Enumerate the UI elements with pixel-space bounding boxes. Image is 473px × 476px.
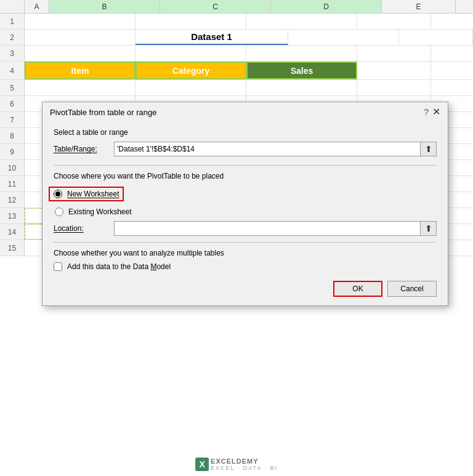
new-worksheet-label: New Worksheet (67, 190, 119, 198)
existing-worksheet-row: Existing Worksheet (55, 208, 437, 216)
section3-label: Choose whether you want to analyze multi… (54, 249, 437, 257)
location-upload-btn[interactable]: ⬆ (421, 221, 437, 236)
dialog-overlay: PivotTable from table or range ? ✕ Selec… (0, 0, 473, 476)
table-range-label: Table/Range: (54, 145, 109, 153)
location-row: Location: ⬆ (54, 221, 437, 236)
table-range-input[interactable] (114, 142, 421, 156)
table-range-input-group: ⬆ (114, 142, 437, 156)
dialog-body: Select a table or range Table/Range: ⬆ C… (42, 121, 448, 305)
ok-button[interactable]: OK (333, 281, 382, 297)
close-icon[interactable]: ✕ (432, 107, 440, 117)
separator-2 (54, 242, 437, 243)
new-worksheet-container: New Worksheet (54, 187, 437, 204)
dialog-title: PivotTable from table or range (50, 108, 156, 117)
existing-worksheet-radio[interactable] (55, 208, 63, 216)
location-input[interactable] (114, 221, 421, 236)
data-model-row: Add this data to the Data Model (54, 262, 437, 271)
dialog-titlebar: PivotTable from table or range ? ✕ (42, 102, 448, 121)
cancel-button[interactable]: Cancel (387, 281, 437, 297)
help-icon[interactable]: ? (424, 107, 429, 117)
data-model-checkbox[interactable] (54, 262, 62, 271)
section2-label: Choose where you want the PivotTable to … (54, 172, 437, 180)
table-range-row: Table/Range: ⬆ (54, 142, 437, 156)
new-worksheet-highlight: New Worksheet (49, 187, 124, 201)
dialog-controls: ? ✕ (424, 107, 440, 117)
data-model-label: Add this data to the Data Model (67, 262, 171, 271)
location-input-group: ⬆ (114, 221, 437, 236)
new-worksheet-radio[interactable] (54, 190, 62, 198)
table-range-upload-btn[interactable]: ⬆ (421, 142, 437, 156)
pivot-dialog: PivotTable from table or range ? ✕ Selec… (42, 102, 448, 306)
dialog-buttons: OK Cancel (54, 281, 437, 297)
existing-worksheet-label: Existing Worksheet (68, 208, 132, 216)
location-label: Location: (54, 224, 109, 233)
section1-label: Select a table or range (54, 128, 437, 137)
separator-1 (54, 165, 437, 166)
